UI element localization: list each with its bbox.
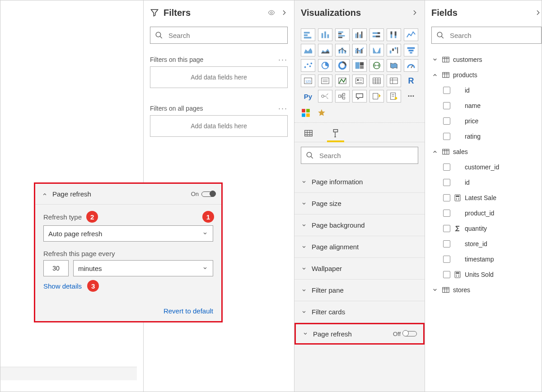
format-search[interactable]: [301, 147, 418, 164]
viz-ribbon[interactable]: [369, 44, 384, 56]
acc-filter-cards[interactable]: Filter cards: [294, 301, 425, 323]
viz-map[interactable]: [369, 59, 384, 72]
chevron-up-icon[interactable]: [42, 191, 48, 197]
field-sales-latest-sale[interactable]: Latest Sale: [430, 190, 542, 205]
field-products-rating[interactable]: rating: [430, 129, 542, 144]
viz-python-visual[interactable]: Py: [301, 90, 315, 103]
field-sales-units-sold[interactable]: Units Sold: [430, 267, 542, 282]
collapse-fields-icon[interactable]: [534, 9, 542, 16]
table-products[interactable]: products: [430, 67, 542, 83]
svg-rect-105: [456, 272, 459, 274]
viz-clustered-column[interactable]: [352, 28, 367, 41]
viz-waterfall[interactable]: [387, 44, 401, 56]
visual-icon-grid: 123 R Py ···: [294, 25, 425, 105]
collapse-filters-icon[interactable]: [280, 9, 288, 16]
appsource-icon[interactable]: [301, 108, 311, 118]
viz-stacked-area[interactable]: [318, 44, 332, 56]
field-products-id[interactable]: id: [430, 83, 542, 98]
viz-slicer[interactable]: [352, 75, 367, 87]
viz-line[interactable]: [404, 28, 418, 41]
viz-card[interactable]: 123: [301, 75, 315, 87]
viz-filled-map[interactable]: [387, 59, 401, 72]
page-refresh-toggle-on[interactable]: On: [191, 191, 215, 197]
field-products-price[interactable]: price: [430, 113, 542, 129]
tab-fields[interactable]: [301, 125, 316, 142]
viz-matrix[interactable]: [387, 75, 401, 87]
svg-point-66: [322, 95, 324, 98]
viz-scatter[interactable]: [301, 59, 315, 72]
viz-table[interactable]: [369, 75, 384, 87]
viz-kpi[interactable]: [335, 75, 350, 87]
svg-rect-76: [306, 109, 310, 112]
interval-unit-select[interactable]: minutes: [73, 260, 213, 276]
viz-r-visual[interactable]: R: [404, 75, 418, 87]
svg-rect-11: [338, 37, 342, 38]
acc-page-refresh[interactable]: Page refresh Off: [294, 323, 425, 345]
viz-stacked-column[interactable]: [318, 28, 332, 41]
field-sales-timestamp[interactable]: timestamp: [430, 252, 542, 267]
field-sales-id[interactable]: id: [430, 175, 542, 190]
svg-rect-34: [397, 47, 398, 54]
field-sales-customer_id[interactable]: customer_id: [430, 159, 542, 175]
field-sales-quantity[interactable]: quantity: [430, 221, 542, 236]
filters-this-page-dropzone[interactable]: Add data fields here: [150, 66, 288, 88]
revert-to-default-link[interactable]: Revert to default: [164, 307, 213, 315]
filters-search-input[interactable]: [168, 31, 283, 40]
viz-funnel[interactable]: [404, 44, 418, 56]
acc-filter-pane[interactable]: Filter pane: [294, 280, 425, 301]
acc-page-alignment[interactable]: Page alignment: [294, 236, 425, 258]
svg-rect-4: [304, 37, 312, 39]
viz-line-stacked-column[interactable]: [335, 44, 350, 56]
svg-point-102: [456, 199, 457, 200]
table-stores[interactable]: stores: [430, 282, 542, 298]
acc-page-background[interactable]: Page background: [294, 215, 425, 236]
viz-area[interactable]: [301, 44, 315, 56]
viz-clustered-bar[interactable]: [335, 28, 350, 41]
viz-qna[interactable]: [352, 90, 367, 103]
svg-rect-35: [407, 47, 415, 49]
table-sales[interactable]: sales: [430, 144, 542, 159]
interval-value-input[interactable]: 30: [43, 260, 69, 276]
format-search-input[interactable]: [318, 151, 413, 160]
eye-icon[interactable]: [268, 9, 275, 16]
svg-rect-13: [357, 33, 359, 38]
svg-rect-9: [338, 33, 341, 34]
page-refresh-toggle-off[interactable]: Off: [393, 331, 417, 337]
viz-paginated-report[interactable]: [387, 90, 401, 103]
fields-search[interactable]: [431, 27, 542, 44]
viz-smart-narrative[interactable]: [369, 90, 384, 103]
svg-rect-36: [409, 50, 414, 51]
viz-100-stacked-column[interactable]: [387, 28, 401, 41]
tab-format[interactable]: [328, 125, 343, 142]
acc-page-information[interactable]: Page information: [294, 171, 425, 193]
field-sales-product_id[interactable]: product_id: [430, 205, 542, 221]
acc-wallpaper[interactable]: Wallpaper: [294, 258, 425, 280]
viz-treemap[interactable]: [352, 59, 367, 72]
viz-line-clustered-column[interactable]: [352, 44, 367, 56]
viz-stacked-bar[interactable]: [301, 28, 315, 41]
viz-multirow-card[interactable]: [318, 75, 332, 87]
viz-more[interactable]: ···: [404, 90, 418, 103]
field-sales-store_id[interactable]: store_id: [430, 236, 542, 252]
viz-pie[interactable]: [318, 59, 332, 72]
filters-this-page-menu[interactable]: ···: [278, 56, 288, 64]
viz-100-stacked-bar[interactable]: [369, 28, 384, 41]
field-products-name[interactable]: name: [430, 98, 542, 113]
table-customers[interactable]: customers: [430, 52, 542, 67]
viz-gauge[interactable]: [404, 59, 418, 72]
svg-rect-75: [302, 109, 305, 112]
filters-all-pages-dropzone[interactable]: Add data fields here: [150, 115, 288, 137]
acc-page-size[interactable]: Page size: [294, 193, 425, 215]
viz-decomp-tree[interactable]: [335, 90, 350, 103]
viz-key-influencers[interactable]: [318, 90, 332, 103]
fields-search-input[interactable]: [449, 31, 537, 40]
filters-all-pages-menu[interactable]: ···: [278, 104, 288, 112]
fields-pane: Fields customersproductsidnamepriceratin…: [425, 0, 542, 392]
favorite-icon[interactable]: [317, 108, 326, 117]
collapse-viz-icon[interactable]: [411, 9, 418, 16]
filters-search[interactable]: [150, 27, 288, 44]
viz-donut[interactable]: [335, 59, 350, 72]
page-tab-strip[interactable]: [0, 367, 137, 380]
refresh-type-select[interactable]: Auto page refresh: [43, 225, 213, 242]
show-details-link[interactable]: Show details: [43, 282, 82, 290]
